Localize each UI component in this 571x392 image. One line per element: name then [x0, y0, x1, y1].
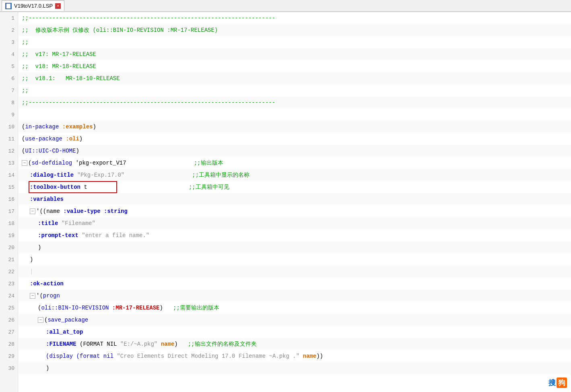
token: name [161, 341, 175, 347]
line-number: 8 [0, 97, 18, 109]
token [78, 232, 82, 239]
token: ;; 修改版本示例 仅修改 (oli::BIN-IO-REVISION :MR-… [22, 27, 218, 34]
token [59, 124, 62, 130]
token: '( [36, 293, 43, 299]
token: ----------------------------------------… [29, 15, 275, 21]
fold-icon[interactable]: − [22, 160, 27, 166]
token: ) [79, 136, 82, 142]
fold-icon[interactable]: − [38, 317, 43, 323]
line-number: 17 [0, 205, 18, 217]
token: "E:/~A.pkg" [120, 341, 157, 347]
fold-icon[interactable]: − [30, 208, 35, 214]
token: )) [316, 353, 323, 359]
code-line: :toolbox-button t ;;工具箱中可见 [19, 181, 571, 193]
token: '(( [36, 208, 46, 215]
line-number: 15 [0, 181, 18, 193]
token: :title [38, 220, 58, 227]
code-line: (oli::BIN-IO-REVISION :MR-17-RELEASE) ;;… [19, 302, 571, 314]
code-line: :prompt-text "enter a file name." [19, 229, 571, 241]
line-number: 23 [0, 278, 18, 290]
token [126, 160, 194, 166]
token [74, 172, 77, 178]
token: ( [22, 124, 25, 130]
line-number: 27 [0, 326, 18, 338]
editor: 1234567891011121314151617181920212223242… [0, 12, 571, 392]
line-number: 12 [0, 145, 18, 157]
line-number-gutter: 1234567891011121314151617181920212223242… [0, 12, 18, 392]
line-number: 30 [0, 362, 18, 374]
token [60, 208, 63, 215]
line-number: 24 [0, 290, 18, 302]
token: ) [93, 124, 96, 130]
token: ;;工具箱中可见 [189, 184, 229, 191]
code-line: | [19, 266, 571, 278]
code-line: (in-package :examples) [19, 121, 571, 133]
bottom-logo: 搜狗 [548, 378, 567, 388]
token: :ok-action [30, 281, 64, 287]
code-area[interactable]: ;;--------------------------------------… [19, 12, 571, 392]
token: name [46, 208, 60, 215]
code-line: :FILENAME (FORMAT NIL "E:/~A.pkg" name) … [19, 338, 571, 350]
token: "Pkg-Exp.17.0" [77, 172, 125, 178]
token: t [80, 184, 87, 190]
line-number: 13 [0, 157, 18, 169]
code-line: ;; 修改版本示例 仅修改 (oli::BIN-IO-REVISION :MR-… [19, 24, 571, 36]
token: :FILENAME [46, 341, 76, 347]
token: in-package [25, 124, 59, 130]
code-line [19, 109, 571, 121]
tab-bar: V19toV17.0.LSP × [0, 0, 571, 12]
line-number: 14 [0, 169, 18, 181]
token: ) [46, 365, 49, 371]
token [163, 305, 173, 311]
code-line: ) [19, 362, 571, 374]
code-line: −'(progn [19, 290, 571, 302]
token: ) [76, 148, 79, 154]
line-number: 21 [0, 254, 18, 266]
token: :MR-17-RELEASE [112, 305, 160, 311]
code-line: :all_at_top [19, 326, 571, 338]
token [157, 341, 161, 347]
line-number: 7 [0, 85, 18, 97]
token: ;;工具箱中显示的名称 [192, 171, 249, 179]
token: name [303, 353, 317, 359]
token: ( [22, 136, 25, 142]
tab-file[interactable]: V19toV17.0.LSP × [2, 0, 64, 11]
token: UI::UIC-CD-HOME [25, 148, 76, 154]
line-number: 1 [0, 12, 18, 24]
code-line: ;;--------------------------------------… [19, 12, 571, 24]
code-line: ;; v18.1: MR-18-10-RELEASE [19, 72, 571, 85]
file-icon [5, 3, 12, 9]
token: "Creo Elements Direct Modeling 17.0 File… [117, 353, 299, 359]
token [58, 220, 61, 227]
code-line: −(sd-defdialog 'pkg-export_V17 ;;输出版本 [19, 157, 571, 169]
token: (display (format nil [46, 353, 117, 359]
token: ( [44, 317, 47, 323]
code-line: (UI::UIC-CD-HOME) [19, 145, 571, 157]
line-number: 18 [0, 217, 18, 229]
line-number: 22 [0, 266, 18, 278]
line-number: 6 [0, 72, 18, 85]
token: ) [30, 256, 33, 263]
token [87, 184, 189, 190]
line-number: 2 [0, 24, 18, 36]
token: ;;输出文件的名称及文件夹 [188, 340, 257, 348]
token: pkg-export_V17 [79, 160, 126, 166]
token [109, 305, 112, 311]
token: | [30, 268, 33, 275]
token [62, 136, 66, 142]
token: use-package [25, 136, 62, 142]
tab-close-button[interactable]: × [55, 3, 61, 9]
line-number: 10 [0, 121, 18, 133]
line-number: 26 [0, 314, 18, 326]
fold-icon[interactable]: − [30, 293, 35, 299]
code-line: :dialog-title "Pkg-Exp.17.0" ;;工具箱中显示的名称 [19, 169, 571, 181]
code-line: :ok-action [19, 278, 571, 290]
token: :string [104, 208, 128, 215]
token: ' [72, 160, 79, 166]
line-number: 29 [0, 350, 18, 362]
token: ;; [22, 99, 29, 106]
code-line: :title "Filename" [19, 217, 571, 229]
line-number: 16 [0, 193, 18, 205]
line-number: 25 [0, 302, 18, 314]
token: :examples [62, 124, 93, 130]
